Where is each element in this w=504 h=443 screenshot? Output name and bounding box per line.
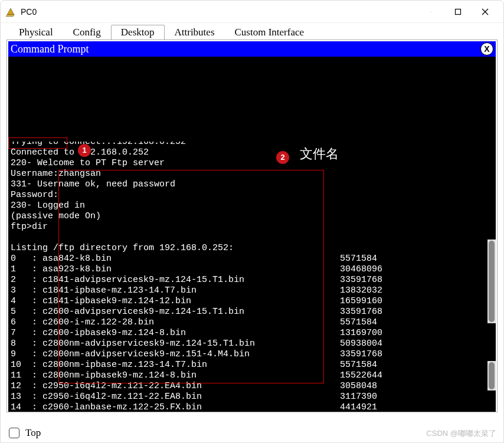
file-row: 3 : c1841-ipbase-mz.123-14.T7.bin 138320… xyxy=(11,286,493,296)
terminal-line: Password: xyxy=(11,190,493,201)
terminal-line: Trying to connect...192.168.0.252 xyxy=(11,142,493,147)
file-row: 8 : c2800nm-advipservicesk9-mz.124-15.T1… xyxy=(11,339,493,349)
tab-desktop[interactable]: Desktop xyxy=(111,25,165,40)
file-row: 5 : c2600-advipservicesk9-mz.124-15.T1.b… xyxy=(11,307,493,317)
file-row: 10 : c2800nm-ipbase-mz.123-14.T7.bin 557… xyxy=(11,360,493,370)
terminal-line: 220- Welcome to PT Ftp server xyxy=(11,158,493,169)
footer: Top xyxy=(9,427,41,439)
panel-title: Command Prompt xyxy=(11,43,89,55)
close-button[interactable] xyxy=(472,1,499,22)
file-row: 12 : c2950-i6q4l2-mz.121-22.EA4.bin 3058… xyxy=(11,381,493,392)
window-title: PC0 xyxy=(21,7,417,17)
maximize-button[interactable] xyxy=(444,1,472,22)
terminal-line: (passive mode On) xyxy=(11,211,493,222)
terminal-line: Listing /ftp directory from 192.168.0.25… xyxy=(11,243,493,254)
file-row: 7 : c2600-ipbasek9-mz.124-8.bin 13169700 xyxy=(11,328,493,339)
file-row: 0 : asa842-k8.bin 5571584 xyxy=(11,254,493,264)
terminal-line: Username:zhangsan xyxy=(11,169,493,179)
top-checkbox[interactable] xyxy=(9,428,19,438)
file-row: 11 : c2800nm-ipbasek9-mz.124-8.bin 15522… xyxy=(11,370,493,381)
file-row: 6 : c2600-i-mz.122-28.bin 5571584 xyxy=(11,317,493,328)
terminal-line: 331- Username ok, need password xyxy=(11,179,493,190)
terminal[interactable]: 1 2 文件名 Trying to connect...192.168.0.25… xyxy=(8,57,496,412)
terminal-line: ftp>dir xyxy=(11,222,493,232)
terminal-line xyxy=(11,232,493,243)
tabbar: PhysicalConfigDesktopAttributesCustom In… xyxy=(1,23,503,40)
file-row: 4 : c1841-ipbasek9-mz.124-12.bin 1659916… xyxy=(11,296,493,307)
annotation-label-filename: 文件名 xyxy=(300,149,339,159)
file-row: 1 : asa923-k8.bin 30468096 xyxy=(11,264,493,275)
panel-scrollbar[interactable] xyxy=(487,239,496,323)
file-row: 9 : c2800nm-advipservicesk9-mz.151-4.M4.… xyxy=(11,349,493,360)
file-row: 2 : c1841-advipservicesk9-mz.124-15.T1.b… xyxy=(11,275,493,286)
tab-attributes[interactable]: Attributes xyxy=(165,25,225,40)
file-row: 13 : c2950-i6q4l2-mz.121-22.EA8.bin 3117… xyxy=(11,392,493,402)
annotation-badge-2: 2 xyxy=(276,151,289,164)
watermark: CSDN @嘟嘟太菜了 xyxy=(426,428,496,439)
panel-close-button[interactable]: X xyxy=(480,42,493,55)
tab-config[interactable]: Config xyxy=(63,25,111,40)
svg-rect-3 xyxy=(456,9,461,14)
minimize-button[interactable] xyxy=(417,1,444,22)
command-prompt-titlebar: Command Prompt X xyxy=(8,41,496,57)
app-icon xyxy=(5,6,16,17)
top-label: Top xyxy=(25,427,41,439)
tab-physical[interactable]: Physical xyxy=(9,25,63,40)
svg-marker-0 xyxy=(7,8,14,15)
file-row: 14 : c2960-lanbase-mz.122-25.FX.bin 4414… xyxy=(11,402,493,412)
panel-scrollbar-2[interactable] xyxy=(487,361,496,391)
titlebar: PC0 xyxy=(1,1,503,23)
tab-custom-interface[interactable]: Custom Interface xyxy=(225,25,315,40)
desktop-panel: Command Prompt X 1 2 文件名 Trying to conne… xyxy=(6,40,498,412)
app-window: PC0 PhysicalConfigDesktopAttributesCusto… xyxy=(0,0,504,443)
terminal-line: 230- Logged in xyxy=(11,201,493,211)
svg-marker-1 xyxy=(6,15,14,17)
